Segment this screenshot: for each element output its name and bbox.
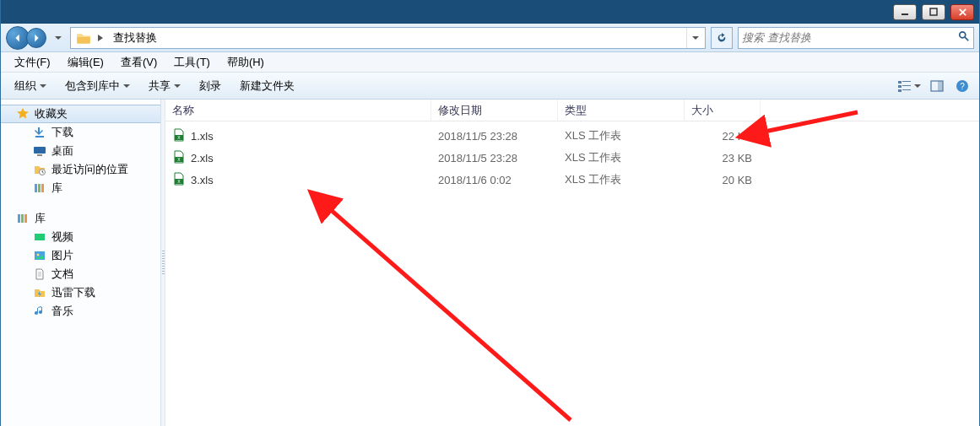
table-row[interactable]: X3.xls2018/11/6 0:02XLS 工作表20 KB bbox=[165, 169, 979, 191]
sidebar-item-label: 图片 bbox=[51, 248, 73, 263]
file-date: 2018/11/5 23:28 bbox=[431, 130, 558, 143]
sidebar-item-downloads[interactable]: 下载 bbox=[1, 123, 160, 142]
search-icon bbox=[958, 30, 970, 45]
view-mode-button[interactable] bbox=[895, 78, 923, 94]
svg-rect-16 bbox=[35, 184, 37, 192]
menu-edit[interactable]: 编辑(E) bbox=[59, 53, 112, 72]
file-size: 20 KB bbox=[685, 174, 761, 186]
svg-rect-13 bbox=[34, 147, 46, 154]
new-folder-button[interactable]: 新建文件夹 bbox=[231, 75, 303, 97]
sidebar-item-documents[interactable]: 文档 bbox=[1, 265, 160, 283]
file-type: XLS 工作表 bbox=[558, 128, 685, 143]
minimize-button[interactable] bbox=[893, 4, 917, 20]
sidebar-item-desktop[interactable]: 桌面 bbox=[1, 142, 160, 160]
xls-icon: X bbox=[172, 150, 186, 166]
search-input[interactable] bbox=[742, 31, 958, 44]
folder-icon bbox=[76, 30, 91, 46]
refresh-button[interactable] bbox=[711, 27, 733, 49]
svg-rect-1 bbox=[930, 8, 937, 15]
column-date[interactable]: 修改日期 bbox=[431, 100, 558, 121]
chevron-down-icon bbox=[174, 83, 181, 89]
svg-rect-14 bbox=[37, 154, 42, 156]
sidebar-item-videos[interactable]: 视频 bbox=[1, 228, 160, 246]
svg-point-2 bbox=[960, 32, 966, 38]
table-row[interactable]: X2.xls2018/11/5 23:28XLS 工作表23 KB bbox=[165, 147, 979, 169]
sidebar-item-label: 最近访问的位置 bbox=[51, 162, 128, 177]
include-in-library-button[interactable]: 包含到库中 bbox=[57, 75, 138, 97]
file-date: 2018/11/6 0:02 bbox=[431, 174, 558, 186]
file-name: 1.xls bbox=[191, 130, 214, 143]
breadcrumb[interactable]: 查找替换 bbox=[106, 28, 164, 48]
chevron-down-icon bbox=[123, 83, 130, 89]
sidebar-item-library-link[interactable]: 库 bbox=[1, 179, 160, 197]
svg-rect-20 bbox=[21, 214, 24, 223]
forward-button[interactable] bbox=[26, 28, 46, 48]
sidebar-item-favorites[interactable]: 收藏夹 bbox=[1, 105, 160, 123]
svg-rect-6 bbox=[902, 85, 911, 86]
preview-pane-button[interactable] bbox=[925, 75, 949, 97]
column-type[interactable]: 类型 bbox=[558, 100, 685, 121]
file-size: 22 KB bbox=[685, 130, 761, 143]
column-size[interactable]: 大小 bbox=[685, 100, 761, 121]
star-icon bbox=[16, 107, 30, 121]
include-label: 包含到库中 bbox=[65, 78, 120, 94]
sidebar-item-libraries[interactable]: 库 bbox=[1, 209, 160, 228]
svg-rect-10 bbox=[938, 81, 943, 91]
sidebar-item-label: 文档 bbox=[51, 267, 73, 282]
nav-row: 查找替换 bbox=[1, 24, 979, 52]
close-button[interactable] bbox=[950, 4, 974, 20]
burn-label: 刻录 bbox=[199, 78, 221, 94]
library-icon bbox=[33, 181, 46, 195]
file-size: 23 KB bbox=[685, 152, 761, 164]
help-button[interactable]: ? bbox=[950, 75, 974, 97]
svg-point-24 bbox=[37, 254, 40, 256]
file-name: 2.xls bbox=[191, 152, 214, 164]
svg-rect-22 bbox=[35, 234, 45, 240]
sidebar-item-recent[interactable]: 最近访问的位置 bbox=[1, 160, 160, 179]
menu-help[interactable]: 帮助(H) bbox=[219, 53, 273, 72]
nav-history-dropdown[interactable] bbox=[51, 27, 65, 49]
sidebar-item-label: 下载 bbox=[51, 125, 73, 140]
titlebar bbox=[1, 0, 979, 24]
organize-button[interactable]: 组织 bbox=[6, 75, 55, 97]
file-type: XLS 工作表 bbox=[558, 150, 685, 165]
svg-rect-8 bbox=[902, 89, 911, 90]
burn-button[interactable]: 刻录 bbox=[191, 75, 230, 97]
organize-label: 组织 bbox=[14, 78, 36, 94]
menu-view[interactable]: 查看(V) bbox=[112, 53, 165, 72]
pictures-icon bbox=[33, 249, 46, 262]
menu-tools[interactable]: 工具(T) bbox=[165, 53, 219, 72]
new-folder-label: 新建文件夹 bbox=[240, 78, 295, 94]
video-icon bbox=[33, 230, 46, 244]
chevron-down-icon bbox=[40, 83, 46, 89]
column-name[interactable]: 名称 bbox=[165, 100, 431, 121]
sidebar-item-label: 库 bbox=[51, 181, 62, 196]
share-button[interactable]: 共享 bbox=[140, 75, 189, 97]
svg-rect-5 bbox=[898, 85, 901, 88]
menu-bar: 文件(F) 编辑(E) 查看(V) 工具(T) 帮助(H) bbox=[1, 52, 979, 73]
svg-rect-7 bbox=[898, 89, 901, 92]
sidebar-item-label: 桌面 bbox=[51, 143, 73, 159]
svg-text:?: ? bbox=[960, 82, 965, 91]
sidebar-item-pictures[interactable]: 图片 bbox=[1, 246, 160, 265]
breadcrumb-sep-icon bbox=[95, 28, 106, 48]
svg-line-32 bbox=[330, 209, 571, 420]
svg-rect-18 bbox=[41, 184, 44, 192]
sidebar-item-thunder[interactable]: 迅雷下载 bbox=[1, 283, 160, 302]
document-icon bbox=[33, 267, 46, 281]
search-box[interactable] bbox=[738, 27, 974, 49]
sidebar-item-music[interactable]: 音乐 bbox=[1, 302, 160, 321]
svg-rect-4 bbox=[902, 81, 911, 82]
thunder-icon bbox=[33, 286, 46, 299]
share-label: 共享 bbox=[149, 78, 171, 94]
address-bar[interactable]: 查找替换 bbox=[70, 27, 706, 49]
maximize-button[interactable] bbox=[922, 4, 945, 20]
chevron-down-icon bbox=[914, 83, 921, 89]
address-dropdown[interactable] bbox=[686, 28, 703, 48]
svg-rect-3 bbox=[898, 81, 901, 84]
file-type: XLS 工作表 bbox=[558, 172, 685, 187]
menu-file[interactable]: 文件(F) bbox=[6, 53, 59, 72]
table-row[interactable]: X1.xls2018/11/5 23:28XLS 工作表22 KB bbox=[165, 125, 979, 147]
sidebar-item-label: 库 bbox=[35, 211, 46, 226]
xls-icon: X bbox=[172, 128, 186, 144]
